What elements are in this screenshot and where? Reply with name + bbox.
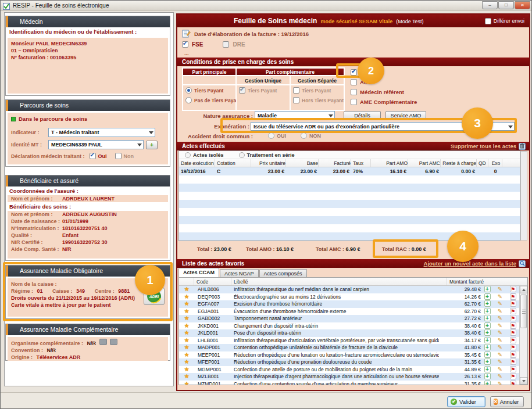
- annuler-button[interactable]: ✕ Annuler: [490, 396, 524, 407]
- star-icon[interactable]: ★: [179, 329, 194, 337]
- tab-actes-ccam[interactable]: Actes CCAM: [178, 268, 219, 277]
- delete-act-icon[interactable]: ⚑: [510, 286, 516, 292]
- add-act-icon[interactable]: +: [484, 358, 491, 365]
- valider-button[interactable]: ✔ Valider: [447, 396, 485, 407]
- favorite-act-row[interactable]: ★ MGMP001 Confection d'une attelle de po…: [179, 366, 519, 374]
- cmu-checkbox[interactable]: [351, 69, 357, 76]
- star-icon[interactable]: ★: [179, 315, 194, 322]
- star-icon[interactable]: ★: [179, 351, 194, 359]
- medecin-referent-checkbox[interactable]: [351, 89, 357, 95]
- tab-actes-ngap[interactable]: Actes NGAP: [220, 269, 259, 277]
- actes-isoles-radio[interactable]: [185, 152, 191, 158]
- star-icon[interactable]: ★: [179, 373, 194, 381]
- delete-act-icon[interactable]: ⚑: [510, 373, 516, 379]
- add-act-icon[interactable]: +: [484, 351, 491, 358]
- add-act-icon[interactable]: +: [484, 322, 491, 329]
- identite-mt-select[interactable]: MEDECIN6339 PAUL: [48, 140, 144, 149]
- service-amo-button[interactable]: Service AMO: [385, 111, 426, 120]
- star-icon[interactable]: ★: [179, 381, 194, 386]
- minimize-button[interactable]: –: [482, 1, 498, 9]
- gu-tiers-payant-checkbox[interactable]: [239, 87, 245, 94]
- add-act-icon[interactable]: +: [484, 286, 491, 292]
- edit-act-icon[interactable]: ✎: [498, 358, 502, 365]
- scroll-down-icon[interactable]: [520, 377, 527, 385]
- delete-act-icon[interactable]: ⚑: [510, 315, 516, 321]
- star-icon[interactable]: ★: [179, 286, 194, 293]
- favoris-scrollbar[interactable]: [519, 286, 527, 385]
- delete-act-icon[interactable]: ⚑: [510, 344, 516, 350]
- search-organisme-button[interactable]: [99, 339, 107, 345]
- star-icon[interactable]: ★: [179, 358, 194, 366]
- edit-act-icon[interactable]: ✎: [498, 351, 502, 358]
- delete-act-icon[interactable]: ⚑: [510, 308, 516, 314]
- ame-checkbox[interactable]: [351, 99, 357, 105]
- edit-act-icon[interactable]: ✎: [498, 308, 502, 314]
- add-act-icon[interactable]: +: [484, 308, 491, 314]
- tab-actes-composes[interactable]: Actes composés: [259, 269, 307, 277]
- delete-act-icon[interactable]: ⚑: [510, 293, 516, 300]
- favorite-act-row[interactable]: ★ AHLB006 Infiltration thérapeutique du …: [179, 286, 519, 293]
- add-act-icon[interactable]: +: [484, 315, 491, 321]
- star-icon[interactable]: ★: [179, 337, 194, 345]
- favorite-act-row[interactable]: ★ EGJA001 Évacuation d'une thrombose hém…: [179, 308, 519, 315]
- indicateur-select[interactable]: T - Médecin traitant: [48, 128, 155, 137]
- exoneration-select[interactable]: Issue du téléservice ADR ou pas d'exonér…: [251, 122, 515, 131]
- edit-act-icon[interactable]: ✎: [498, 293, 502, 300]
- edit-act-icon[interactable]: ✎: [498, 300, 502, 307]
- edit-act-icon[interactable]: ✎: [498, 315, 502, 321]
- add-act-icon[interactable]: +: [484, 373, 491, 379]
- favorite-act-row[interactable]: ★ MZLB001 Injection thérapeutique d'agen…: [179, 373, 519, 381]
- favorite-act-row[interactable]: ★ GABD002 Tamponnement nasal antérieur 2…: [179, 315, 519, 322]
- favorite-act-row[interactable]: ★ EGFA007 Excision d'une thrombose hémor…: [179, 300, 519, 308]
- star-icon[interactable]: ★: [179, 308, 194, 315]
- accident-non-radio[interactable]: [301, 132, 307, 139]
- add-act-icon[interactable]: +: [484, 300, 491, 307]
- add-act-icon[interactable]: +: [484, 329, 491, 336]
- acte-row[interactable]: 19/12/2016C 23.00 €23.00 € 23.00 €70% 16…: [179, 167, 520, 175]
- ajouter-acte-link[interactable]: Ajouter un nouvel acte dans la liste: [424, 259, 516, 268]
- delete-act-icon[interactable]: ⚑: [510, 337, 516, 343]
- add-act-icon[interactable]: +: [484, 337, 491, 343]
- delete-act-icon[interactable]: ⚑: [510, 322, 516, 329]
- star-icon[interactable]: ★: [179, 366, 194, 374]
- details-button[interactable]: Détails: [344, 111, 381, 120]
- delete-act-icon[interactable]: ⚑: [510, 329, 516, 336]
- star-icon[interactable]: ★: [179, 344, 194, 351]
- star-icon[interactable]: ★: [179, 300, 194, 308]
- declaration-oui-checkbox[interactable]: [90, 153, 96, 159]
- tiers-payant-radio[interactable]: [185, 87, 192, 94]
- edit-act-icon[interactable]: ✎: [498, 366, 502, 372]
- favorite-act-row[interactable]: ★ MZMD001 Confection d'une contention so…: [179, 381, 519, 386]
- favorite-act-row[interactable]: ★ JKLD001 Pose d'un dispositif intra-uté…: [179, 329, 519, 337]
- delete-act-icon[interactable]: ⚑: [510, 300, 516, 307]
- add-medecin-button[interactable]: +: [146, 141, 158, 149]
- edit-act-icon[interactable]: ✎: [498, 337, 502, 343]
- delete-act-icon[interactable]: ⚑: [510, 358, 516, 365]
- favorite-act-row[interactable]: ★ LHLB001 Infiltration thérapeutique d'a…: [179, 337, 519, 345]
- differer-envoi-checkbox[interactable]: [485, 18, 491, 24]
- favorite-act-row[interactable]: ★ MEEP001 Réduction orthopédique d'une l…: [179, 351, 519, 359]
- favorite-act-row[interactable]: ★ DEQP003 Électrocardiographie sur au mo…: [179, 293, 519, 301]
- delete-act-icon[interactable]: ⚑: [510, 351, 516, 358]
- edit-act-icon[interactable]: ✎: [498, 381, 502, 386]
- gs-tiers-payant-checkbox[interactable]: [293, 87, 299, 94]
- fse-checkbox[interactable]: [182, 41, 188, 48]
- pas-tiers-payant-radio[interactable]: [185, 97, 192, 103]
- edit-act-icon[interactable]: ✎: [498, 286, 502, 292]
- adri-button[interactable]: ADRI: [144, 288, 165, 305]
- search-acte-icon[interactable]: [519, 260, 526, 267]
- gs-hors-tiers-payant-checkbox[interactable]: [293, 97, 299, 103]
- edit-act-icon[interactable]: ✎: [498, 344, 502, 350]
- acs-checkbox[interactable]: [351, 79, 357, 85]
- clear-organisme-button[interactable]: [110, 339, 117, 345]
- trash-icon[interactable]: [519, 143, 526, 150]
- traitement-serie-radio[interactable]: [239, 152, 245, 158]
- accident-oui-radio[interactable]: [268, 132, 274, 139]
- edit-act-icon[interactable]: ✎: [498, 373, 502, 379]
- actes-scrollbar[interactable]: [520, 151, 527, 241]
- add-act-icon[interactable]: +: [484, 293, 491, 300]
- edit-act-icon[interactable]: ✎: [498, 329, 502, 336]
- add-act-icon[interactable]: +: [484, 366, 491, 372]
- scroll-up-icon[interactable]: [520, 286, 527, 293]
- star-icon[interactable]: ★: [179, 322, 194, 330]
